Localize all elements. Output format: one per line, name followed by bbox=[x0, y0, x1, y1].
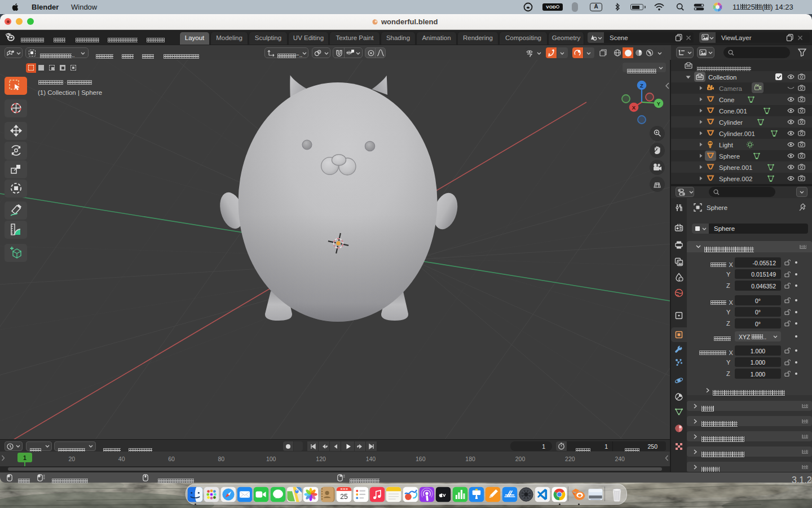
svg-text:Y: Y bbox=[657, 100, 661, 107]
svg-text:X: X bbox=[632, 104, 636, 111]
svg-text:25: 25 bbox=[340, 493, 348, 501]
svg-text:Z: Z bbox=[640, 82, 643, 89]
